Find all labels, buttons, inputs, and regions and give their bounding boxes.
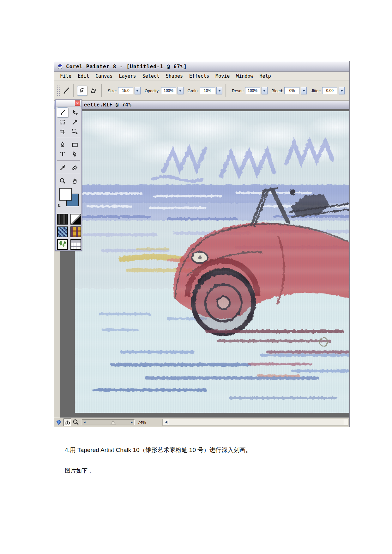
shape-selection-arrow-icon (71, 151, 78, 158)
primary-color-swatch[interactable] (59, 188, 72, 201)
layer-adjuster-icon (71, 109, 78, 116)
painting-canvas[interactable] (75, 111, 349, 413)
menu-movie[interactable]: Movie (212, 73, 233, 80)
looks-selector[interactable] (70, 239, 81, 250)
brush-icon (62, 87, 70, 95)
zoom-slider-right-arrow[interactable]: ► (130, 420, 134, 424)
jitter-label: Jitter: (311, 88, 321, 93)
jitter-input[interactable]: 0.00 (322, 87, 337, 94)
tool-magnifier[interactable] (57, 176, 68, 186)
scrollbar-end-piece[interactable] (344, 419, 348, 425)
tool-shape-selection[interactable] (69, 150, 80, 159)
grain-field: Grain: 10% (188, 87, 222, 94)
swap-colors-icon[interactable]: ⇅ (57, 203, 61, 208)
size-input[interactable]: 15.0 (118, 87, 133, 94)
magnifier-icon (59, 178, 66, 184)
bleed-label: Bleed: (272, 88, 283, 93)
material-selectors (56, 213, 81, 250)
jitter-field: Jitter: 0.00 (311, 87, 345, 94)
text-tool-icon: T (59, 151, 66, 158)
menu-layers[interactable]: Layers (116, 73, 139, 80)
resat-label: Resat: (232, 88, 244, 93)
title-bar[interactable]: Corel Painter 8 - [Untitled-1 @ 67%] (54, 61, 349, 72)
grain-input[interactable]: 10% (200, 87, 215, 94)
image-follows-caption: 图片如下： (65, 467, 93, 474)
freehand-loop-icon (79, 87, 86, 94)
tool-dropper[interactable] (57, 163, 68, 172)
zoom-slider-left-arrow[interactable]: ◄ (83, 420, 86, 424)
toolbar-grip-handle[interactable] (57, 85, 60, 96)
binoculars-icon[interactable] (63, 419, 71, 426)
document-title-bar[interactable]: eetle.RIF @ 74% (54, 101, 349, 109)
svg-text:T: T (60, 151, 65, 158)
grain-dropdown-button[interactable] (216, 87, 222, 94)
menu-effects[interactable]: Effects (186, 73, 212, 80)
zoom-percentage: 74% (138, 420, 146, 425)
opacity-dropdown-button[interactable] (178, 87, 184, 94)
tool-rectangular-selection[interactable] (57, 117, 68, 127)
opacity-label: Opacity: (145, 88, 160, 93)
menu-file[interactable]: File (57, 73, 75, 80)
drawing-mode-gem-icon[interactable] (55, 419, 62, 426)
corel-painter-window: Corel Painter 8 - [Untitled-1 @ 67%] Fil… (54, 61, 350, 427)
toolbar-separator (226, 84, 226, 97)
zoom-slider-thumb[interactable] (111, 421, 115, 425)
tool-magic-wand[interactable] (69, 117, 80, 127)
resat-dropdown-button[interactable] (262, 87, 268, 94)
tool-layer-adjuster[interactable] (69, 108, 80, 117)
size-dropdown-button[interactable] (135, 87, 141, 94)
pattern-selector[interactable] (57, 226, 68, 237)
scrollbar-track[interactable] (170, 419, 344, 425)
scroll-left-button[interactable] (163, 419, 170, 425)
palette-divider (57, 138, 80, 138)
brush-property-bar: Size: 15.0 Opacity: 100% Grain: 10% Resa… (54, 81, 349, 101)
menu-select[interactable]: Select (139, 73, 163, 80)
tool-selection-adjuster[interactable] (69, 127, 80, 136)
jitter-dropdown-button[interactable] (339, 87, 345, 94)
tool-paint-bucket[interactable] (69, 163, 80, 172)
close-icon[interactable]: ✕ (75, 100, 80, 106)
straight-stroke-button[interactable] (89, 86, 98, 95)
tool-crop[interactable] (57, 127, 68, 136)
gradient-selector[interactable] (70, 214, 81, 225)
freehand-stroke-button[interactable] (77, 86, 87, 96)
paper-selector[interactable] (57, 214, 68, 225)
menu-edit[interactable]: Edit (75, 73, 92, 80)
grabber-hand-icon (71, 178, 78, 184)
dropper-icon (59, 164, 66, 171)
step-caption: 4.用 Tapered Artist Chalk 10（锥形艺术家粉笔 10 号… (65, 446, 251, 454)
tool-pen[interactable] (57, 140, 68, 150)
selection-adjuster-icon (71, 128, 78, 135)
pen-icon (59, 142, 66, 148)
menu-window[interactable]: Window (233, 73, 256, 80)
nozzle-selector[interactable] (57, 239, 68, 250)
tool-text[interactable]: T (57, 150, 68, 159)
status-bar: ◄ ► 74% (54, 418, 349, 427)
window-title: Corel Painter 8 - [Untitled-1 @ 67%] (66, 63, 187, 69)
resat-input[interactable]: 100% (245, 87, 260, 94)
opacity-field: Opacity: 100% (145, 87, 184, 94)
magic-wand-icon (71, 119, 78, 126)
tool-grabber[interactable] (69, 176, 80, 186)
menu-shapes[interactable]: Shapes (163, 73, 186, 80)
toolbar-separator (101, 84, 102, 97)
zoom-slider[interactable]: ◄ ► (82, 419, 135, 425)
toolbox-title-bar[interactable]: ✕ (56, 100, 81, 106)
document-area (54, 109, 349, 418)
marquee-icon (59, 119, 66, 126)
horizontal-scrollbar[interactable] (162, 419, 348, 426)
menu-help[interactable]: Help (256, 73, 274, 80)
tool-brush[interactable] (57, 107, 68, 117)
bleed-dropdown-button[interactable] (301, 87, 307, 94)
paint-bucket-icon (71, 164, 78, 171)
tool-rectangular-shape[interactable] (69, 140, 80, 150)
palette-divider (57, 174, 80, 174)
magnifier-icon[interactable] (72, 419, 79, 426)
menu-canvas[interactable]: Canvas (92, 73, 116, 80)
bleed-field: Bleed: 0% (272, 87, 307, 94)
opacity-input[interactable]: 100% (161, 87, 176, 94)
bleed-input[interactable]: 0% (284, 87, 299, 94)
size-field: Size: 15.0 (108, 87, 141, 94)
size-label: Size: (108, 88, 117, 93)
weave-selector[interactable] (70, 226, 81, 237)
